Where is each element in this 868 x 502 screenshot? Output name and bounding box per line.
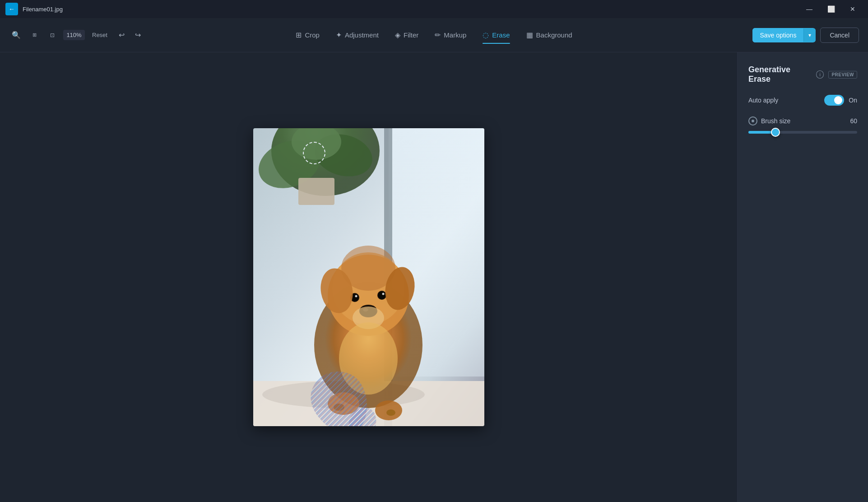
back-button[interactable]: ← xyxy=(5,3,18,15)
svg-point-21 xyxy=(382,293,384,295)
tab-filter[interactable]: ◈ Filter xyxy=(388,27,426,43)
svg-point-18 xyxy=(355,295,357,297)
tab-erase[interactable]: ◌ Erase xyxy=(475,27,517,43)
main-content: Generative Erase i PREVIEW Auto apply On… xyxy=(0,52,868,502)
save-options-dropdown-button[interactable]: ▾ xyxy=(803,28,816,42)
minimize-button[interactable]: — xyxy=(799,2,819,16)
dog-image xyxy=(253,128,484,426)
image-container xyxy=(253,128,484,426)
erase-cursor xyxy=(303,142,325,164)
toolbar-right-controls: Save options ▾ Cancel xyxy=(752,28,859,43)
toggle-state-label: On xyxy=(849,97,857,104)
chevron-down-icon: ▾ xyxy=(808,32,811,38)
brush-size-row: Brush size 60 xyxy=(748,116,857,134)
maximize-button[interactable]: ⬜ xyxy=(821,2,841,16)
brush-size-slider-track xyxy=(748,131,857,134)
auto-apply-toggle[interactable] xyxy=(824,95,844,106)
tab-adjustment[interactable]: ✦ Adjustment xyxy=(329,27,386,43)
brush-size-header: Brush size 60 xyxy=(748,116,857,126)
crop-icon: ⊞ xyxy=(296,31,302,39)
zoom-in-icon: ⊞ xyxy=(32,32,37,38)
undo-button[interactable]: ↩ xyxy=(115,28,129,42)
save-options-button[interactable]: Save options ▾ xyxy=(752,28,816,42)
tab-background-label: Background xyxy=(536,31,572,39)
zoom-in-button[interactable]: ⊞ xyxy=(27,28,42,42)
toolbar-nav-tabs: ⊞ Crop ✦ Adjustment ◈ Filter ✏ Markup ◌ … xyxy=(288,27,579,43)
tab-markup-label: Markup xyxy=(444,31,466,39)
info-icon[interactable]: i xyxy=(816,70,824,79)
canvas-area[interactable] xyxy=(0,52,737,502)
svg-point-20 xyxy=(378,292,385,299)
titlebar: ← Filename01.jpg — ⬜ ✕ xyxy=(0,0,868,18)
brush-size-icon xyxy=(748,116,757,126)
filename-label: Filename01.jpg xyxy=(23,6,63,13)
brush-label-group: Brush size xyxy=(748,116,790,126)
zoom-out-icon: 🔍 xyxy=(12,31,21,39)
tab-crop[interactable]: ⊞ Crop xyxy=(288,27,327,43)
reset-button[interactable]: Reset xyxy=(88,30,111,40)
fit-icon: ⊡ xyxy=(50,32,55,38)
titlebar-left: ← Filename01.jpg xyxy=(5,3,63,15)
panel-header: Generative Erase i PREVIEW xyxy=(748,65,857,84)
fit-view-button[interactable]: ⊡ xyxy=(45,28,60,42)
toggle-group: On xyxy=(824,95,857,106)
undo-icon: ↩ xyxy=(119,31,125,39)
info-icon-label: i xyxy=(820,72,821,77)
cancel-button[interactable]: Cancel xyxy=(820,28,859,43)
panel-title: Generative Erase xyxy=(748,65,812,84)
zoom-level-display: 110% xyxy=(63,30,85,40)
adjustment-icon: ✦ xyxy=(336,31,342,39)
auto-apply-label: Auto apply xyxy=(748,97,778,104)
filter-icon: ◈ xyxy=(395,31,400,39)
save-options-main-button[interactable]: Save options xyxy=(752,28,803,42)
zoom-out-button[interactable]: 🔍 xyxy=(9,28,23,42)
brush-size-value: 60 xyxy=(850,117,857,125)
preview-badge[interactable]: PREVIEW xyxy=(828,71,857,79)
tab-markup[interactable]: ✏ Markup xyxy=(427,27,473,43)
close-button[interactable]: ✕ xyxy=(843,2,863,16)
tab-crop-label: Crop xyxy=(305,31,320,39)
tab-erase-label: Erase xyxy=(492,31,510,39)
redo-button[interactable]: ↪ xyxy=(131,28,145,42)
tab-background[interactable]: ▦ Background xyxy=(519,27,580,43)
markup-icon: ✏ xyxy=(435,31,441,39)
window-controls: — ⬜ ✕ xyxy=(799,2,863,16)
brush-size-label: Brush size xyxy=(761,117,790,125)
back-icon: ← xyxy=(9,5,15,13)
svg-point-31 xyxy=(386,409,395,416)
auto-apply-row: Auto apply On xyxy=(748,95,857,106)
undo-redo-controls: ↩ ↪ xyxy=(115,28,145,42)
tab-filter-label: Filter xyxy=(404,31,418,39)
brush-inner-dot xyxy=(752,120,754,122)
tab-adjustment-label: Adjustment xyxy=(345,31,379,39)
toolbar: 🔍 ⊞ ⊡ 110% Reset ↩ ↪ ⊞ Crop ✦ Adjustment xyxy=(0,18,868,52)
toolbar-left-controls: 🔍 ⊞ ⊡ 110% Reset ↩ ↪ xyxy=(9,28,145,42)
background-icon: ▦ xyxy=(526,31,533,39)
erase-icon: ◌ xyxy=(483,31,489,39)
right-panel: Generative Erase i PREVIEW Auto apply On… xyxy=(737,52,868,502)
svg-rect-11 xyxy=(298,178,334,205)
redo-icon: ↪ xyxy=(135,31,141,39)
